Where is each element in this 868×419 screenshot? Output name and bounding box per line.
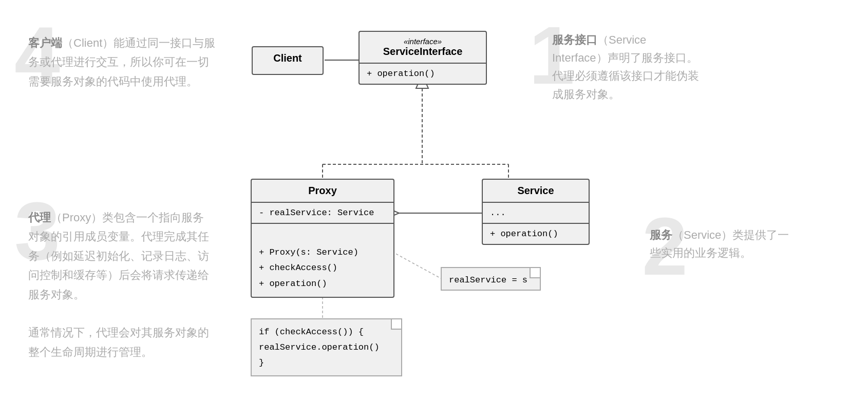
annotation-3-extra: 通常情况下，代理会对其服务对象的整个生命周期进行管理。 [28,326,209,358]
note-code-text: if (checkAccess()) { realService.operati… [259,327,380,368]
note-code: if (checkAccess()) { realService.operati… [251,318,402,376]
service-field: ... [483,203,589,224]
annotation-3-text: （Proxy）类包含一个指向服务对象的引用成员变量。代理完成其任务（例如延迟初始… [28,211,209,301]
service-methods: + operation() [483,224,589,244]
service-classname: Service [517,185,554,196]
service-interface-classname: ServiceInterface [383,46,463,57]
note-realservice-text: realService = s [449,275,527,285]
annotation-4: 客户端（Client）能通过同一接口与服务或代理进行交互，所以你可在一切需要服务… [28,33,218,91]
service-interface-box: «interface» ServiceInterface + operation… [358,31,487,85]
service-header: Service [483,180,589,203]
annotation-3: 代理（Proxy）类包含一个指向服务对象的引用成员变量。代理完成其任务（例如延迟… [28,208,213,361]
uml-diagram: Client «interface» ServiceInterface + op… [221,15,683,406]
client-box: Client [252,46,324,75]
client-classname: Client [273,52,302,64]
proxy-methods: + Proxy(s: Service) + checkAccess() + op… [252,224,393,297]
proxy-box: Proxy - realService: Service + Proxy(s: … [251,179,394,298]
annotation-4-title: 客户端 [28,36,62,49]
svg-line-11 [392,252,442,279]
service-interface-stereotype: «interface» [367,37,479,46]
proxy-field: - realService: Service [252,203,393,224]
annotation-3-title: 代理 [28,211,51,224]
service-box: Service ... + operation() [482,179,590,245]
proxy-header: Proxy [252,180,393,203]
service-interface-operation: + operation() [360,64,486,84]
proxy-classname: Proxy [308,185,337,196]
service-interface-header: «interface» ServiceInterface [360,32,486,64]
client-box-header: Client [253,47,323,69]
note-realservice: realService = s [441,267,541,291]
